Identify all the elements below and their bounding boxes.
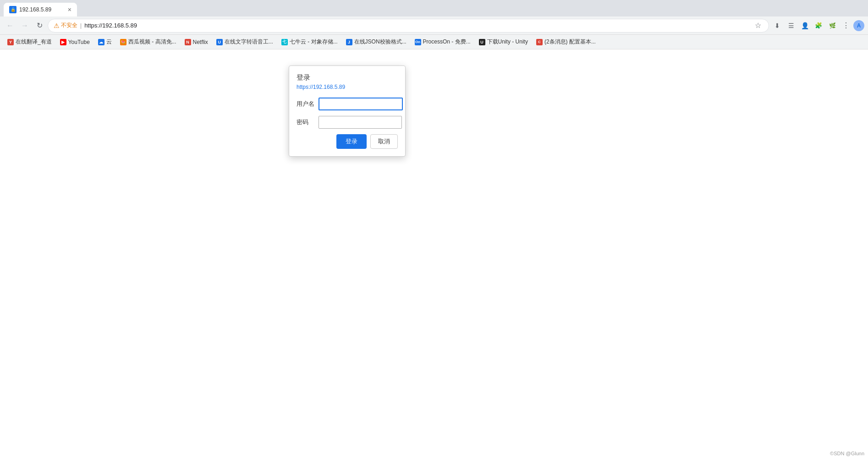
dialog-url: https://192.168.5.89 (297, 84, 398, 90)
bookmark-label-youdao: 在线翻译_有道 (16, 38, 52, 46)
bookmark-label-unity: 下载Unity - Unity (487, 38, 528, 46)
bookmark-label-xigua: 西瓜视频 - 高清免... (128, 38, 176, 46)
bookmark-favicon-processon: On (415, 39, 421, 45)
reload-icon: ↻ (37, 21, 43, 30)
login-dialog: 登录 https://192.168.5.89 用户名 密码 登录 取消 (289, 65, 406, 157)
bookmark-favicon-tts: U (216, 39, 223, 45)
reload-button[interactable]: ↻ (33, 19, 46, 32)
tab-bar: 🔒 192.168.5.89 × (0, 0, 868, 16)
bookmark-cloud[interactable]: ☁ 云 (94, 36, 115, 48)
bookmark-processon[interactable]: On ProcessOn - 免费... (411, 36, 474, 48)
extensions-icon: 🧩 (815, 22, 822, 29)
security-label: 不安全 (61, 22, 77, 29)
bookmark-youtube[interactable]: ▶ YouTube (56, 37, 93, 47)
bookmarks-manager-button[interactable]: ☰ (785, 19, 797, 32)
extensions-button[interactable]: 🧩 (812, 19, 825, 32)
forward-icon: → (21, 22, 28, 30)
profile-avatar[interactable]: A (853, 20, 864, 31)
back-button[interactable]: ← (4, 19, 16, 32)
password-input[interactable] (319, 116, 402, 129)
warning-icon: ⚠ (54, 22, 60, 29)
accounts-icon: 👤 (801, 22, 809, 29)
dialog-title: 登录 (297, 73, 398, 82)
username-field-row: 用户名 (297, 98, 398, 110)
bookmark-label-youtube: YouTube (68, 39, 90, 45)
bookmarks-bar: Y 在线翻译_有道 ▶ YouTube ☁ 云 🍉 西瓜视频 - 高清免... … (0, 35, 868, 49)
more-icon: ⋮ (842, 21, 850, 30)
password-label: 密码 (297, 118, 319, 126)
star-icon: ☆ (755, 21, 761, 30)
tab-favicon: 🔒 (9, 6, 16, 13)
url-text: https://192.168.5.89 (84, 22, 750, 29)
bookmark-qiniu[interactable]: 七 七牛云 - 对象存储... (278, 36, 341, 48)
tab-close-icon[interactable]: × (68, 6, 71, 13)
bookmark-label-cloud: 云 (106, 38, 112, 46)
bookmark-favicon-csdn: C (536, 39, 543, 45)
bookmark-favicon-json: J (346, 39, 352, 45)
bookmark-star-button[interactable]: ☆ (753, 21, 763, 31)
bookmark-xigua[interactable]: 🍉 西瓜视频 - 高清免... (116, 36, 180, 48)
bookmark-netflix[interactable]: N Netflix (181, 37, 212, 47)
bookmark-unity[interactable]: U 下载Unity - Unity (475, 36, 532, 48)
bookmark-label-csdn: (2条消息) 配置基本... (544, 38, 596, 46)
back-icon: ← (6, 22, 14, 30)
bookmark-json[interactable]: J 在线JSON校验格式... (342, 36, 410, 48)
guest-icon: 🌿 (829, 22, 836, 29)
bookmark-tts[interactable]: U 在线文字转语音工... (213, 36, 277, 48)
browser-frame: 🔒 192.168.5.89 × ← → ↻ ⚠ 不安全 | https://1… (0, 0, 868, 458)
username-input[interactable] (319, 98, 403, 110)
bookmark-label-netflix: Netflix (193, 39, 208, 45)
tab-title: 192.168.5.89 (19, 6, 65, 13)
bookmark-favicon-cloud: ☁ (98, 39, 104, 45)
bookmark-label-processon: ProcessOn - 免费... (423, 38, 471, 46)
dialog-buttons: 登录 取消 (297, 134, 398, 149)
nav-bar: ← → ↻ ⚠ 不安全 | https://192.168.5.89 ☆ ⬇ ☰ (0, 16, 868, 35)
bookmark-favicon-youdao: Y (7, 39, 14, 45)
footer-text: ©SDN @Glunn (830, 451, 864, 456)
downloads-button[interactable]: ⬇ (771, 19, 784, 32)
bookmark-csdn[interactable]: C (2条消息) 配置基本... (533, 36, 599, 48)
username-label: 用户名 (297, 100, 319, 108)
cancel-button[interactable]: 取消 (370, 134, 398, 149)
more-tools-button[interactable]: ⋮ (840, 19, 852, 32)
bookmark-label-tts: 在线文字转语音工... (225, 38, 273, 46)
nav-right-icons: ⬇ ☰ 👤 🧩 🌿 ⋮ A (771, 19, 864, 32)
accounts-button[interactable]: 👤 (798, 19, 811, 32)
bookmark-label-json: 在线JSON校验格式... (354, 38, 407, 46)
url-separator: | (80, 22, 82, 29)
forward-button[interactable]: → (18, 19, 31, 32)
page-content: 登录 https://192.168.5.89 用户名 密码 登录 取消 ©SD… (0, 49, 868, 458)
bookmark-favicon-youtube: ▶ (60, 39, 66, 45)
active-tab[interactable]: 🔒 192.168.5.89 × (4, 3, 77, 16)
password-field-row: 密码 (297, 116, 398, 129)
security-warning: ⚠ 不安全 (54, 22, 77, 29)
bookmark-favicon-qiniu: 七 (281, 39, 288, 45)
guest-button[interactable]: 🌿 (826, 19, 839, 32)
bookmark-youdao[interactable]: Y 在线翻译_有道 (4, 36, 55, 48)
bookmark-label-qiniu: 七牛云 - 对象存储... (290, 38, 338, 46)
bookmarks-icon: ☰ (788, 22, 794, 29)
downloads-icon: ⬇ (775, 22, 780, 29)
bookmark-favicon-unity: U (479, 39, 485, 45)
address-bar[interactable]: ⚠ 不安全 | https://192.168.5.89 ☆ (48, 19, 769, 33)
bookmark-favicon-netflix: N (185, 39, 191, 45)
login-button[interactable]: 登录 (336, 134, 367, 149)
bookmark-favicon-xigua: 🍉 (120, 39, 126, 45)
